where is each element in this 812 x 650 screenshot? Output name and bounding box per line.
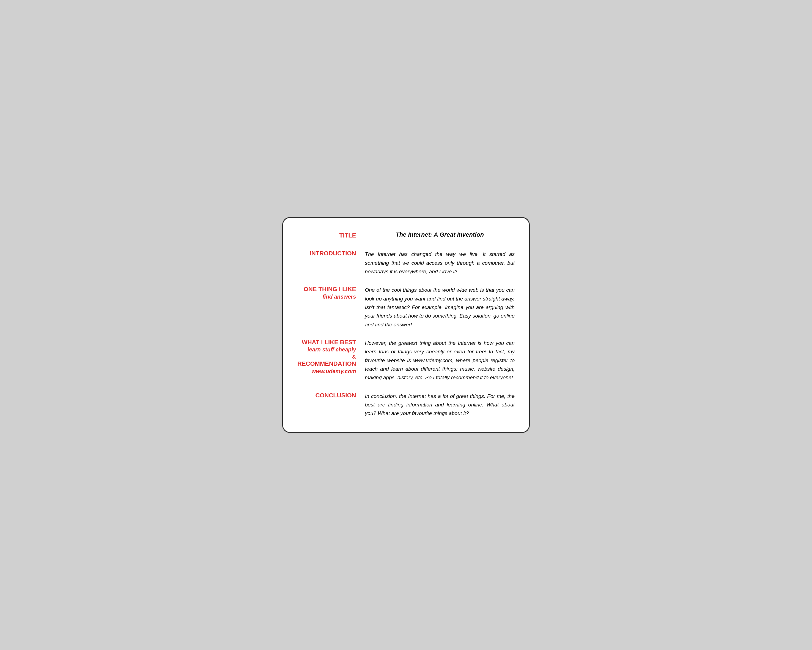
- introduction-content-cell: The Internet has changed the way we live…: [365, 250, 514, 286]
- recommendation-url: www.udemy.com: [298, 368, 356, 375]
- what-like-label-sub: learn stuff cheaply: [298, 346, 356, 353]
- title-label-cell: TITLE: [298, 231, 365, 250]
- introduction-text: The Internet has changed the way we live…: [365, 250, 514, 276]
- one-thing-label-main: ONE THING I LIKE: [298, 286, 356, 293]
- title-content-cell: The Internet: A Great Invention: [365, 231, 514, 250]
- introduction-row: INTRODUCTION The Internet has changed th…: [298, 250, 514, 286]
- one-thing-label-cell: ONE THING I LIKE find answers: [298, 286, 365, 339]
- title-label: TITLE: [339, 232, 356, 239]
- conclusion-content-cell: In conclusion, the Internet has a lot of…: [365, 392, 514, 418]
- what-like-row: WHAT I LIKE BEST learn stuff cheaply & R…: [298, 339, 514, 392]
- title-row: TITLE The Internet: A Great Invention: [298, 231, 514, 250]
- main-card: TITLE The Internet: A Great Invention IN…: [282, 217, 530, 433]
- what-like-text: However, the greatest thing about the In…: [365, 339, 514, 382]
- one-thing-row: ONE THING I LIKE find answers One of the…: [298, 286, 514, 339]
- one-thing-text: One of the cool things about the world w…: [365, 286, 514, 329]
- one-thing-label-sub: find answers: [298, 293, 356, 300]
- introduction-label: INTRODUCTION: [310, 250, 356, 257]
- conclusion-row: CONCLUSION In conclusion, the Internet h…: [298, 392, 514, 418]
- what-like-content-cell: However, the greatest thing about the In…: [365, 339, 514, 392]
- introduction-label-cell: INTRODUCTION: [298, 250, 365, 286]
- content-table: TITLE The Internet: A Great Invention IN…: [298, 231, 514, 418]
- what-like-label-main: WHAT I LIKE BEST: [298, 339, 356, 346]
- what-like-label-cell: WHAT I LIKE BEST learn stuff cheaply & R…: [298, 339, 365, 392]
- what-like-label-amp: &: [298, 353, 356, 360]
- conclusion-label: CONCLUSION: [316, 392, 356, 399]
- recommendation-label: RECOMMENDATION: [298, 360, 356, 367]
- one-thing-content-cell: One of the cool things about the world w…: [365, 286, 514, 339]
- main-title: The Internet: A Great Invention: [365, 231, 514, 240]
- conclusion-text: In conclusion, the Internet has a lot of…: [365, 392, 514, 418]
- conclusion-label-cell: CONCLUSION: [298, 392, 365, 418]
